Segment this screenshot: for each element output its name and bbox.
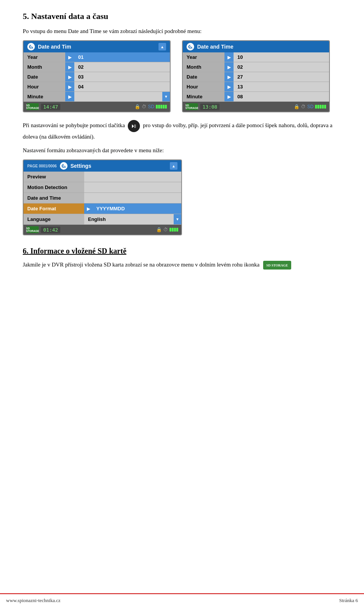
dvr-right-footer: SDSTORAGE 13:08 🔒 ⏱ SD	[183, 102, 329, 112]
dvr-row-month-arrow-right[interactable]: ▶	[224, 62, 234, 72]
sd-icon-right: SD	[307, 104, 314, 109]
dvr-screen-right: Date and Time Year ▶ 10 Month ▶ 02 Date …	[182, 40, 330, 112]
intro-text: Po vstupu do menu Date and Time se vám z…	[23, 27, 341, 36]
dvr-row-year-value-right: 10	[234, 52, 329, 62]
dvr-row-hour-value-left: 04	[74, 82, 170, 91]
dvr-row-month-label-left: Month	[24, 62, 65, 72]
sd-icon-left: SD	[148, 104, 154, 109]
scroll-up-btn-left[interactable]: ▲	[158, 43, 166, 50]
dvr-row-year-right: Year ▶ 10	[183, 52, 329, 62]
play-pause-button-inline[interactable]	[128, 120, 140, 132]
svg-point-2	[63, 166, 64, 167]
dvr-row-year-arrow-left[interactable]: ▶	[65, 52, 74, 62]
dvr-row-month-label-right: Month	[183, 62, 224, 72]
dvr-row-minute-label-right: Minute	[183, 92, 224, 101]
dvr-right-header: Date and Time	[183, 41, 329, 52]
dvr-row-year-arrow-right[interactable]: ▶	[224, 52, 234, 62]
settings-motion-label: Motion Detection	[24, 182, 84, 192]
settings-preview-value	[84, 172, 181, 182]
battery-right	[315, 105, 326, 109]
scroll-down-left[interactable]: ▼	[162, 92, 170, 101]
dvr-row-month-left: Month ▶ 02	[24, 62, 170, 72]
settings-page-label: PAGE 0001/0006	[27, 164, 57, 168]
settings-row-motion: Motion Detection	[24, 182, 181, 193]
settings-dateformat-value: YYYYMMDD	[93, 203, 181, 214]
timer-icon-right: ⏱	[301, 104, 306, 109]
dvr-right-footer-icons: 🔒 ⏱ SD	[294, 104, 326, 109]
dvr-row-date-arrow-right[interactable]: ▶	[224, 72, 234, 82]
dvr-row-date-value-right: 27	[234, 72, 329, 82]
settings-wrench-icon-right	[187, 43, 194, 50]
settings-footer-time: 01:42	[41, 227, 60, 233]
dvr-row-date-value-left: 03	[74, 72, 170, 82]
dvr-row-hour-arrow-right[interactable]: ▶	[224, 82, 234, 91]
sd-storage-icon-settings: SDSTORAGE	[27, 226, 39, 233]
dvr-left-footer-icons: 🔒 ⏱ SD	[135, 104, 167, 109]
dvr-row-hour-right: Hour ▶ 13	[183, 82, 329, 92]
para-button-text1: Při nastavování se pohybujte pomocí tlač…	[23, 122, 125, 128]
settings-datetime-label: Date and Time	[24, 193, 84, 203]
dvr-row-month-value-right: 02	[234, 62, 329, 72]
sd-storage-icon-right: SDSTORAGE	[186, 103, 198, 110]
page-heading: 5. Nastavení data a času	[23, 11, 341, 21]
settings-language-label: Language	[24, 214, 84, 224]
settings-dateformat-label: Date Format	[24, 203, 84, 214]
dvr-row-minute-arrow-right[interactable]: ▶	[224, 92, 234, 101]
footer-page: Stránka 6	[339, 598, 358, 604]
dvr-row-hour-value-right: 13	[234, 82, 329, 91]
battery-settings	[169, 228, 178, 232]
settings-row-preview: Preview	[24, 172, 181, 182]
settings-wrench-icon-left	[27, 43, 35, 50]
dvr-right-body: Year ▶ 10 Month ▶ 02 Date ▶ 27 Hour ▶	[183, 52, 329, 102]
dvr-row-month-arrow-left[interactable]: ▶	[65, 62, 74, 72]
dvr-right-header-title: Date and Time	[197, 44, 233, 50]
dvr-left-time: 14:47	[41, 104, 60, 110]
settings-screen: PAGE 0001/0006 Settings ▲ Preview Motion…	[23, 159, 182, 235]
scroll-up-settings[interactable]: ▲	[170, 162, 177, 170]
para-button: Při nastavování se pohybujte pomocí tlač…	[23, 120, 341, 141]
dvr-row-date-label-left: Date	[24, 72, 65, 82]
settings-preview-label: Preview	[24, 172, 84, 182]
lock-icon-left: 🔒	[135, 104, 140, 109]
settings-screenshot-container: PAGE 0001/0006 Settings ▲ Preview Motion…	[23, 159, 341, 235]
dvr-row-minute-right: Minute ▶ 08	[183, 92, 329, 102]
dvr-row-month-value-left: 02	[74, 62, 170, 72]
settings-motion-value	[84, 182, 181, 192]
scroll-down-settings[interactable]: ▼	[174, 214, 181, 224]
section6-heading-text: 6. Informace o vložené SD kartě	[23, 247, 126, 255]
dvr-left-rows: Year ▶ 01 Month ▶ 02 Date ▶ 03	[24, 52, 170, 102]
dvr-left-header-title: Date and Tim	[38, 44, 71, 50]
dvr-row-minute-value-right: 08	[234, 92, 329, 101]
dvr-row-hour-left: Hour ▶ 04	[24, 82, 170, 92]
dvr-row-date-label-right: Date	[183, 72, 224, 82]
dvr-row-date-arrow-left[interactable]: ▶	[65, 72, 74, 82]
dvr-left-body: Year ▶ 01 Month ▶ 02 Date ▶ 03	[24, 52, 170, 102]
footer-bar: www.spionazni-technika.cz Stránka 6	[0, 593, 364, 607]
timer-icon-settings: ⏱	[163, 227, 168, 232]
dvr-row-year-left: Year ▶ 01	[24, 52, 170, 62]
dvr-row-hour-arrow-left[interactable]: ▶	[65, 82, 74, 91]
dvr-row-minute-value-left	[74, 92, 162, 101]
settings-dateformat-arrow[interactable]: ▶	[84, 203, 93, 214]
dvr-right-time: 13:08	[200, 104, 220, 110]
dvr-row-minute-left: Minute ▶ ▼	[24, 92, 170, 102]
dvr-row-month-right: Month ▶ 02	[183, 62, 329, 72]
dvr-row-hour-label-right: Hour	[183, 82, 224, 91]
section6-heading: 6. Informace o vložené SD kartě	[23, 247, 341, 255]
dvr-row-date-left: Date ▶ 03	[24, 72, 170, 82]
dvr-row-minute-arrow-left[interactable]: ▶	[65, 92, 74, 101]
settings-wrench-icon	[60, 162, 67, 170]
settings-language-value: English	[84, 214, 174, 224]
sd-storage-icon-left: SDSTORAGE	[27, 103, 39, 110]
settings-row-dateformat: Date Format ▶ YYYYMMDD	[24, 203, 181, 214]
dvr-row-year-label-right: Year	[183, 52, 224, 62]
dvr-screen-left: Date and Tim ▲ Year ▶ 01 Month ▶ 02	[23, 40, 171, 112]
dvr-row-hour-label-left: Hour	[24, 82, 65, 91]
lock-icon-right: 🔒	[294, 104, 300, 109]
lock-icon-settings: 🔒	[156, 227, 162, 232]
settings-header-title: Settings	[71, 163, 91, 169]
footer-website[interactable]: www.spionazni-technika.cz	[6, 598, 61, 604]
settings-datetime-value	[84, 193, 181, 203]
dvr-row-date-right: Date ▶ 27	[183, 72, 329, 82]
timer-icon-left: ⏱	[142, 104, 146, 109]
